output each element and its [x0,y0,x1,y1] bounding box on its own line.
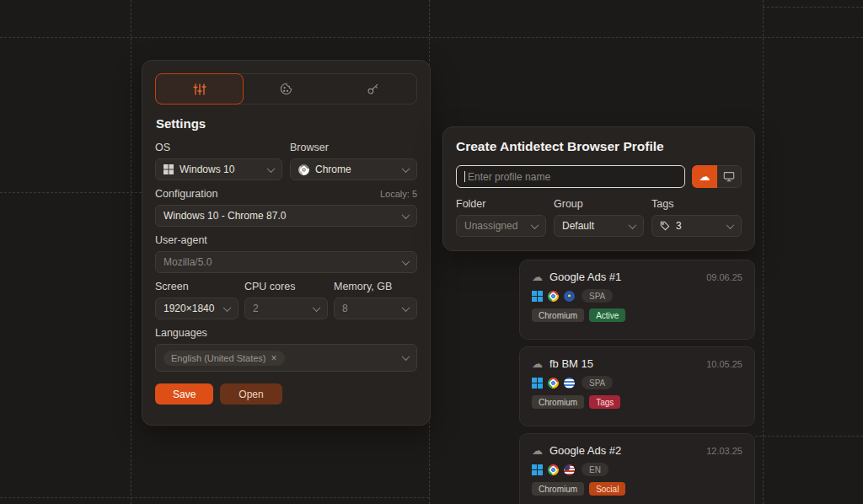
local-storage-button[interactable] [717,165,742,188]
settings-tabbar [155,73,417,105]
folder-value: Unassigned [464,220,517,232]
chrome-icon [548,291,559,302]
status-badge: Social [589,482,625,496]
chrome-icon [548,464,559,475]
profile-name: Google Ads #2 [549,444,621,457]
local-computer-icon [723,171,735,182]
language-badge: SPA [582,289,613,303]
chevron-down-icon [223,303,232,312]
flag-icon [564,378,575,389]
cloud-icon: ☁ [532,358,543,369]
chevron-down-icon [402,164,410,173]
cloud-icon: ☁ [700,170,710,183]
cloud-icon: ☁ [532,445,543,456]
configuration-local-count: Localy: 5 [380,189,417,199]
browser-label: Browser [290,142,417,153]
chrome-icon [298,164,309,175]
guide-line [0,497,429,498]
profile-card[interactable]: ☁ Google Ads #2 12.03.25 EN Chromium Soc… [519,433,755,504]
profile-date: 12.03.25 [706,446,742,456]
settings-title: Settings [156,116,416,131]
tag-icon [660,221,670,231]
languages-label: Languages [155,327,417,339]
language-badge: SPA [582,376,613,389]
group-value: Default [562,220,594,232]
chevron-down-icon [629,221,637,229]
cloud-storage-button[interactable]: ☁ [692,165,717,188]
os-value: Windows 10 [180,164,234,175]
group-label: Group [554,198,644,210]
memory-label: Memory, GB [334,281,417,292]
languages-select[interactable]: English (United States) × [155,344,417,372]
save-button[interactable]: Save [155,383,213,405]
profile-card[interactable]: ☁ Google Ads #1 09.06.25 SPA Chromium Ac… [519,260,755,340]
configuration-value: Windows 10 - Chrome 87.0 [163,210,286,222]
os-select[interactable]: Windows 10 [155,158,282,180]
create-profile-title: Create Antidetect Browser Profile [456,139,742,154]
group-select[interactable]: Default [554,215,644,237]
user-agent-value: Mozilla/5.0 [163,256,212,268]
create-profile-panel: Create Antidetect Browser Profile ☁ [442,126,755,251]
tags-label: Tags [651,198,742,210]
user-agent-select[interactable]: Mozilla/5.0 [155,251,417,273]
profile-date: 09.06.25 [706,272,742,282]
screen-value: 1920×1840 [163,303,214,314]
status-badge: Chromium [532,482,584,496]
profile-name-input[interactable] [456,165,685,188]
cpu-cores-select[interactable]: 2 [244,298,328,319]
folder-label: Folder [456,198,546,210]
chevron-down-icon [402,211,410,219]
tab-access-key[interactable] [330,74,416,104]
browser-select[interactable]: Chrome [290,158,417,180]
chrome-icon [548,378,559,389]
flag-icon [564,464,575,475]
tags-select[interactable]: 3 [651,215,742,237]
memory-value: 8 [342,303,348,314]
guide-line [755,436,863,437]
text-caret [464,171,465,182]
windows-icon [532,291,543,302]
configuration-select[interactable]: Windows 10 - Chrome 87.0 [155,205,417,227]
configuration-label: Configuration [155,188,217,200]
cookie-icon [280,83,292,95]
cloud-icon: ☁ [532,271,543,282]
memory-select[interactable]: 8 [334,298,417,319]
chevron-down-icon [402,303,410,312]
windows-icon [163,164,174,174]
tags-value: 3 [676,220,682,232]
user-agent-label: User-agent [155,234,417,246]
chevron-down-icon [313,303,321,312]
language-badge: EN [582,463,608,476]
canvas: Settings OS Windows 10 Browser [0,0,863,504]
screen-label: Screen [155,281,239,292]
guide-line [763,0,764,504]
windows-icon [532,464,543,475]
key-icon [367,83,379,95]
status-badge: Tags [589,395,620,409]
tab-fingerprint-settings[interactable] [155,73,244,105]
open-button[interactable]: Open [220,383,281,405]
status-badge: Chromium [532,395,584,409]
profile-name: Google Ads #1 [549,271,621,283]
status-badge: Active [589,308,625,322]
sliders-icon [193,83,206,95]
chevron-down-icon [402,352,410,361]
chevron-down-icon [726,221,735,229]
guide-line [763,7,863,8]
guide-line [0,192,142,193]
flag-icon [564,291,575,302]
profile-name: fb BM 15 [549,357,593,370]
profile-date: 10.05.25 [706,359,742,369]
chevron-down-icon [531,221,539,229]
screen-select[interactable]: 1920×1840 [155,298,239,319]
remove-language-icon[interactable]: × [271,353,277,363]
folder-select[interactable]: Unassigned [456,215,546,237]
profile-card[interactable]: ☁ fb BM 15 10.05.25 SPA Chromium Tags [519,346,755,426]
tab-cookies[interactable] [243,74,330,104]
language-chip: English (United States) × [163,351,285,366]
guide-line [0,37,863,38]
guide-line [131,0,131,504]
chevron-down-icon [402,257,410,265]
status-badge: Chromium [532,308,584,322]
chevron-down-icon [267,164,276,173]
